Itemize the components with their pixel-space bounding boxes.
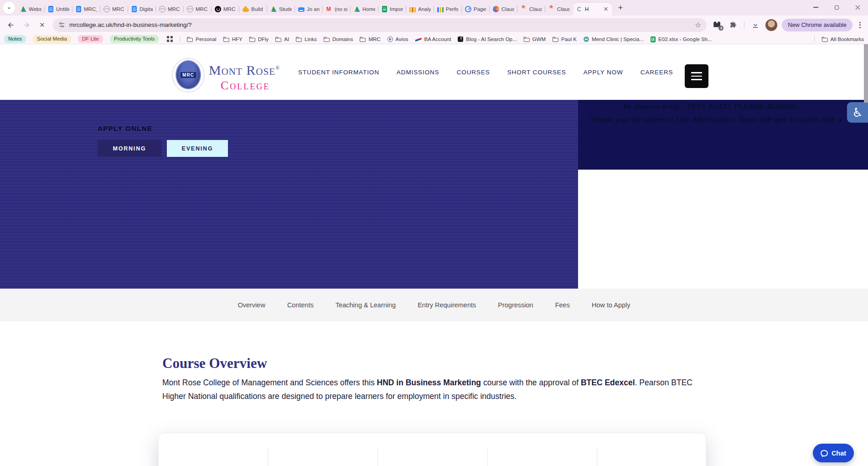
subnav-teaching-learning[interactable]: Teaching & Learning [336, 301, 396, 309]
window-close-button[interactable] [847, 0, 868, 15]
subnav-entry-requirements[interactable]: Entry Requirements [418, 301, 476, 309]
bookmark-icon [324, 38, 330, 42]
downloads-button[interactable] [748, 18, 763, 32]
tab-label: Claud [557, 6, 570, 12]
browser-tab[interactable]: Claud [517, 3, 545, 16]
nav-apply-now[interactable]: APPLY NOW [584, 69, 623, 76]
window-maximize-button[interactable] [826, 0, 847, 15]
address-bar[interactable]: mrcollege.ac.uk/hnd-in-business-marketin… [53, 18, 707, 32]
browser-tab[interactable]: Digita [128, 3, 156, 16]
bookmark-item[interactable]: Blog - AI Search Op... [458, 36, 517, 42]
bookmark-item[interactable]: GWM [524, 36, 546, 42]
bookmark-label: GWM [532, 36, 546, 42]
profile-avatar[interactable] [765, 19, 777, 31]
chat-widget-button[interactable]: Chat [813, 444, 854, 462]
bookmark-item[interactable]: Avios [388, 36, 408, 42]
site-settings-icon[interactable] [58, 21, 65, 28]
subnav-contents[interactable]: Contents [287, 301, 314, 309]
bookmark-item[interactable]: AI [275, 36, 289, 42]
tab-label: Home [362, 6, 375, 12]
bookmark-item[interactable]: Links [296, 36, 317, 42]
browser-tab[interactable]: Analyt [406, 3, 434, 16]
nav-careers[interactable]: CAREERS [641, 69, 673, 76]
nav-short-courses[interactable]: SHORT COURSES [507, 69, 566, 76]
tab-favicon-icon [20, 6, 26, 12]
bookmark-item[interactable]: MRC [360, 36, 380, 42]
browser-tab[interactable]: MRC - [156, 3, 184, 16]
college-logo-crest[interactable]: MRC [170, 57, 206, 94]
tab-group-chip[interactable]: Productivity Tools [110, 35, 159, 43]
hamburger-menu-button[interactable] [685, 64, 708, 88]
url-text[interactable]: mrcollege.ac.uk/hnd-in-business-marketin… [69, 21, 691, 28]
bookmark-item[interactable]: Mend Clinic | Specia... [584, 36, 644, 42]
all-bookmarks-button[interactable]: All Bookmarks [814, 36, 864, 42]
nav-admissions[interactable]: ADMISSIONS [397, 69, 439, 76]
logo-subtitle[interactable]: College [221, 79, 270, 93]
stop-x-icon [38, 21, 46, 29]
tab-close-icon[interactable] [603, 6, 609, 12]
tab-label: Claud [501, 6, 514, 12]
extensions-menu-button[interactable] [726, 18, 740, 32]
tab-label: MRC - [223, 6, 236, 12]
chrome-update-pill[interactable]: New Chrome available [782, 19, 852, 31]
tab-group-chip[interactable]: Notes [4, 35, 26, 43]
bookmark-icon [584, 36, 589, 42]
forward-button[interactable] [19, 18, 34, 32]
bookmark-label: BA Account [424, 36, 451, 42]
browser-tab[interactable]: MRC_ [72, 3, 100, 16]
page-scrollbar-thumb[interactable] [864, 44, 868, 103]
accessibility-widget-button[interactable]: ♿ [847, 102, 868, 123]
nav-courses[interactable]: COURSES [457, 69, 490, 76]
bookmark-icon [651, 36, 656, 42]
browser-tab[interactable]: Impor [378, 3, 406, 16]
bookmark-icon [187, 38, 193, 42]
bookmark-item[interactable]: Paul K [553, 36, 577, 42]
folder-icon [822, 38, 828, 42]
browser-tab[interactable]: Home [351, 3, 378, 16]
subnav-fees[interactable]: Fees [555, 301, 570, 309]
bookmark-icon [524, 38, 530, 42]
browser-tab[interactable]: Untitle [45, 3, 72, 16]
bookmark-item[interactable]: HFY [223, 36, 243, 42]
tab-search-button[interactable] [3, 2, 15, 14]
subnav-how-to-apply[interactable]: How to Apply [592, 301, 630, 309]
window-minimize-button[interactable] [805, 0, 826, 15]
browser-tab[interactable]: Websi [17, 3, 45, 16]
notification-banner: Hi Joanne King - TEST AUDIT PLEASE IGNOR… [578, 100, 868, 170]
browser-tab[interactable]: PageS [462, 3, 490, 16]
bookmark-item[interactable]: BA Account [415, 36, 451, 42]
new-tab-button[interactable]: + [614, 1, 627, 14]
tab-groups-grid-icon[interactable] [167, 36, 173, 42]
browser-tab[interactable]: MRC - [100, 3, 128, 16]
browser-tab[interactable]: Perfor [434, 3, 462, 16]
extension-button[interactable]: 4 [713, 21, 722, 29]
bookmark-item[interactable]: E02.xlsx - Google Sh... [651, 36, 712, 42]
stop-loading-button[interactable] [35, 18, 49, 32]
subnav-overview[interactable]: Overview [238, 301, 265, 309]
browser-tab[interactable]: H [573, 3, 612, 16]
browser-tab[interactable]: Claud [490, 3, 517, 16]
browser-tab[interactable]: Build [239, 3, 267, 16]
wheelchair-icon: ♿ [852, 105, 863, 119]
browser-menu-button[interactable] [855, 19, 864, 31]
browser-tab[interactable]: MRC - [212, 3, 239, 16]
nav-student-information[interactable]: STUDENT INFORMATION [298, 69, 379, 76]
tab-group-chip[interactable]: DF Lite [78, 35, 103, 43]
bookmark-item[interactable]: Personal [187, 36, 216, 42]
tab-group-label: Social Media [37, 36, 67, 41]
browser-tab[interactable]: Claud [545, 3, 573, 16]
subnav-progression[interactable]: Progression [498, 301, 533, 309]
bookmark-star-icon[interactable]: ☆ [695, 21, 701, 29]
tab-favicon-icon [548, 6, 555, 12]
logo-title[interactable]: Mont Rose® [209, 62, 280, 78]
morning-button[interactable]: MORNING [98, 140, 161, 157]
back-button[interactable] [4, 18, 18, 32]
bookmark-item[interactable]: DFly [249, 36, 269, 42]
browser-tab[interactable]: (no su [323, 3, 351, 16]
browser-tab[interactable]: Jo and [295, 3, 323, 16]
browser-tab[interactable]: MRC - [184, 3, 212, 16]
tab-group-chip[interactable]: Social Media [33, 35, 71, 43]
bookmark-item[interactable]: Domains [324, 36, 353, 42]
evening-button[interactable]: EVENING [167, 140, 228, 157]
browser-tab[interactable]: Stude [267, 3, 295, 16]
